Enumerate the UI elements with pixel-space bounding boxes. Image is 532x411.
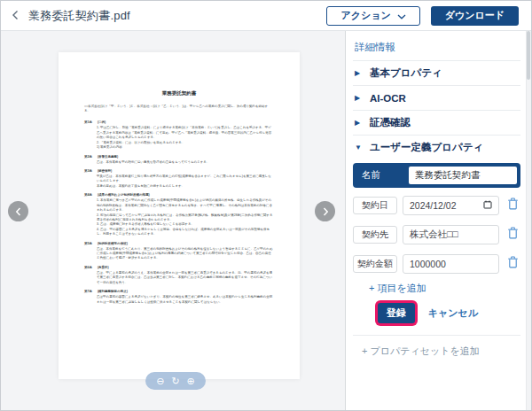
document-intro: ○○株式会社(以下「甲」という。)と、株式会社□□(以下「乙」という。)は、甲か… — [84, 104, 274, 113]
document-section: 第1条(目的) 1. 甲は乙に対し、別途「業務委託資料」により提示する業務(以下… — [84, 120, 274, 150]
document-section: 第7条(権利義務譲渡の禁止) 乙は甲の事前の書面による承諾がないかぎり、本契約の… — [84, 289, 274, 304]
add-item-link[interactable]: + 項目を追加 — [369, 282, 520, 295]
viewer-toolbar: ⊖ ↻ ⊕ — [145, 372, 206, 390]
previous-page-button[interactable] — [8, 201, 28, 221]
field-label: 契約金額 — [353, 255, 397, 273]
app-window: 業務委託契約書.pdf アクション ダウンロード 業務委託契約書 ○○株式会社(… — [0, 0, 532, 411]
form-actions: 登録 キャンセル — [353, 303, 520, 323]
add-property-set-link[interactable]: + プロパティセットを追加 — [362, 345, 520, 358]
field-row-name: 名前 業務委託契約書 — [353, 163, 520, 188]
download-button[interactable]: ダウンロード — [431, 6, 519, 26]
page-title: 業務委託契約書.pdf — [28, 8, 130, 24]
chevron-down-icon: ▼ — [355, 143, 363, 151]
contract-amount-input[interactable]: 1000000 — [403, 254, 499, 274]
chevron-right-icon: ▶ — [355, 94, 363, 102]
name-input[interactable]: 業務委託契約書 — [409, 167, 517, 184]
section-user-defined-properties[interactable]: ▼ ユーザー定義プロパティ — [353, 136, 520, 159]
document-title: 業務委託契約書 — [84, 89, 274, 97]
scrollbar-thumb[interactable] — [527, 31, 530, 80]
register-button[interactable]: 登録 — [378, 303, 415, 323]
chevron-left-icon — [15, 204, 22, 220]
details-info-link[interactable]: 詳細情報 — [353, 31, 520, 60]
trash-icon — [507, 256, 519, 272]
divider — [353, 335, 520, 336]
zoom-out-icon[interactable]: ⊖ — [156, 376, 164, 386]
section-evidence-check[interactable]: ▶ 証憑確認 — [353, 111, 520, 135]
trash-icon — [507, 198, 519, 213]
panel-scrollbar[interactable] — [526, 31, 531, 410]
rotate-icon[interactable]: ↻ — [171, 376, 179, 386]
delete-field-button[interactable] — [505, 227, 520, 243]
header-bar: 業務委託契約書.pdf アクション ダウンロード — [1, 1, 531, 31]
pdf-page: 業務委託契約書 ○○株式会社(以下「甲」という。)と、株式会社□□(以下「乙」と… — [59, 52, 300, 379]
chevron-down-icon — [397, 11, 406, 21]
document-section: 第5条(知的財産権等の保証) 乙は、本件業務を行うにあたり、第三者の知的財産権お… — [84, 241, 274, 260]
delete-field-button[interactable] — [505, 256, 520, 272]
contract-party-input[interactable]: 株式会社□□ — [403, 225, 499, 244]
section-ai-ocr[interactable]: ▶ AI-OCR — [353, 86, 520, 110]
document-section: 第2条(善管注意義務) 乙は、本件業務を甲の指示に従い善良な管理者の注意をもって… — [84, 154, 274, 164]
section-basic-properties[interactable]: ▶ 基本プロパティ — [353, 61, 520, 85]
cancel-link[interactable]: キャンセル — [428, 306, 478, 320]
field-row-contract-party: 契約先 株式会社□□ — [353, 222, 520, 246]
pdf-preview-canvas: 業務委託契約書 ○○株式会社(以下「甲」という。)と、株式会社□□(以下「乙」と… — [1, 31, 346, 410]
field-row-contract-date: 契約日 2024/12/02 — [353, 193, 520, 217]
field-label: 名前 — [362, 169, 403, 182]
chevron-right-icon: ▶ — [355, 119, 363, 127]
contract-date-input[interactable]: 2024/12/02 — [403, 196, 499, 215]
next-page-button[interactable] — [315, 201, 335, 221]
chevron-left-icon — [12, 8, 20, 24]
field-row-contract-amount: 契約金額 1000000 — [353, 252, 520, 275]
main-area: 業務委託契約書 ○○株式会社(以下「甲」という。)と、株式会社□□(以下「乙」と… — [1, 31, 531, 410]
document-section: 第6条(再委託) 乙は、甲による事前の承諾のうえ、本件業務の全部または一部を第三… — [84, 265, 274, 284]
document-section: 第3条(秘密保持) 甲及び乙は、本件業務遂行上知り得た相手方の業務上の情報(成果… — [84, 168, 274, 188]
zoom-in-icon[interactable]: ⊕ — [187, 376, 195, 386]
chevron-right-icon — [322, 204, 329, 220]
field-label: 契約日 — [353, 197, 397, 214]
field-label: 契約先 — [353, 226, 397, 244]
action-button[interactable]: アクション — [326, 6, 419, 26]
property-fields: 名前 業務委託契約書 契約日 2024/12/02 — [353, 159, 520, 275]
properties-panel: 詳細情報 ▶ 基本プロパティ ▶ AI-OCR ▶ 証憑確認 ▼ ユーザー定義プ… — [346, 31, 531, 410]
delete-field-button[interactable] — [505, 198, 520, 213]
back-button[interactable] — [12, 8, 20, 24]
calendar-icon[interactable] — [483, 200, 492, 211]
pdf-document-content: 業務委託契約書 ○○株式会社(以下「甲」という。)と、株式会社□□(以下「乙」と… — [59, 52, 300, 304]
chevron-right-icon: ▶ — [355, 69, 363, 77]
trash-icon — [507, 227, 519, 243]
document-section: 第4条(成果の権利および知的財産権の帰属) 1. 本件業務に基づき乙が甲のために… — [84, 192, 274, 236]
